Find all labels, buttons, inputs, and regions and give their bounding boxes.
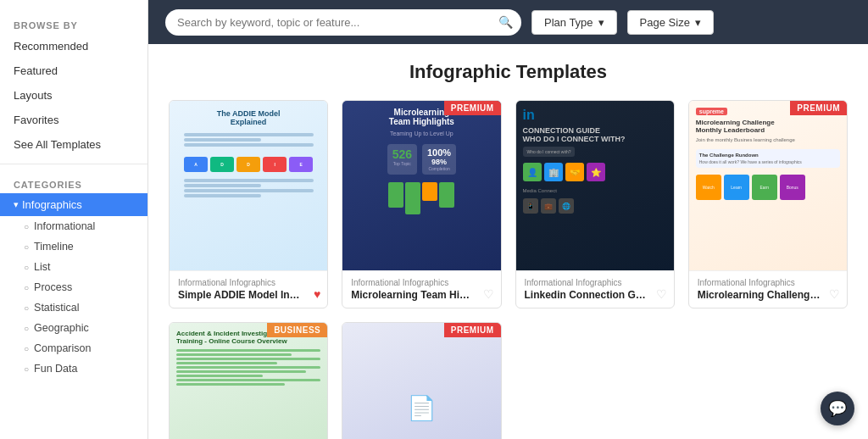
template-image-placeholder: PREMIUM 📄 <box>342 323 500 439</box>
template-image-accident: BUSINESS Accident & Incident Investigati… <box>170 323 327 439</box>
dot-icon: ○ <box>24 283 29 292</box>
dot-icon: ○ <box>24 242 29 252</box>
sidebar-item-recommended[interactable]: Recommended <box>0 34 147 58</box>
template-type: Informational Infographics <box>178 278 319 287</box>
search-icon: 🔍 <box>498 15 513 29</box>
sidebar-divider <box>0 164 147 164</box>
template-footer: Informational Infographics Microlearning… <box>689 270 847 308</box>
template-card-placeholder[interactable]: PREMIUM 📄 ♡ <box>342 322 501 439</box>
sidebar-item-see-all[interactable]: See All Templates <box>0 132 147 157</box>
subcategory-label: Informational <box>34 220 95 232</box>
plan-type-label: Plan Type <box>544 16 593 29</box>
category-infographics[interactable]: ▾ Infographics <box>0 193 147 216</box>
dot-icon: ○ <box>24 324 29 333</box>
sidebar: BROWSE BY Recommended Featured Layouts F… <box>0 0 148 439</box>
template-card-addie[interactable]: The ADDIE ModelExplained A D D I E <box>169 100 328 308</box>
search-input[interactable] <box>165 9 521 36</box>
subcategory-label: List <box>34 261 50 273</box>
sidebar-item-featured[interactable]: Featured <box>0 58 147 83</box>
subcategory-informational[interactable]: ○ Informational <box>0 216 147 236</box>
template-image-challenge: PREMIUM supreme Microlearning ChallengeM… <box>689 101 847 270</box>
sidebar-item-layouts[interactable]: Layouts <box>0 83 147 108</box>
subcategory-statistical[interactable]: ○ Statistical <box>0 297 147 318</box>
subcategory-label: Comparison <box>34 342 91 354</box>
subcategory-process[interactable]: ○ Process <box>0 277 147 297</box>
template-card-accident[interactable]: BUSINESS Accident & Incident Investigati… <box>169 322 328 439</box>
template-footer: Informational Infographics Simple ADDIE … <box>170 270 327 308</box>
template-name: Microlearning Team Highlights I... <box>351 289 492 301</box>
dot-icon: ○ <box>24 263 29 272</box>
premium-badge: PREMIUM <box>790 101 847 115</box>
heart-icon[interactable]: ♡ <box>656 287 667 301</box>
subcategory-list[interactable]: ○ List <box>0 257 147 277</box>
template-name: Simple ADDIE Model Infographic <box>178 289 319 301</box>
template-name: Microlearning Challenge Month... <box>698 289 838 301</box>
subcategory-label: Geographic <box>34 322 89 334</box>
page-size-label: Page Size <box>640 16 690 29</box>
page-size-button[interactable]: Page Size ▾ <box>627 10 714 35</box>
template-card-microlearning[interactable]: PREMIUM MicrolearningTeam Highlights Tea… <box>342 100 501 308</box>
template-card-linkedin[interactable]: in CONNECTION GUIDEWHO DO I CONNECT WITH… <box>515 100 675 308</box>
dot-icon: ○ <box>24 222 29 231</box>
template-card-challenge[interactable]: PREMIUM supreme Microlearning ChallengeM… <box>688 100 848 308</box>
business-badge: BUSINESS <box>267 323 327 337</box>
dot-icon: ○ <box>24 303 29 313</box>
template-footer: Informational Infographics Microlearning… <box>342 270 500 308</box>
chevron-down-icon: ▾ <box>695 16 701 29</box>
header-bar: 🔍 Plan Type ▾ Page Size ▾ <box>148 0 868 44</box>
premium-badge: PREMIUM <box>444 101 501 115</box>
dot-icon: ○ <box>24 344 29 353</box>
template-name: Linkedin Connection Guide Info... <box>525 289 665 301</box>
subcategory-label: Statistical <box>34 302 80 314</box>
template-footer: Informational Infographics Linkedin Conn… <box>516 270 674 308</box>
subcategory-timeline[interactable]: ○ Timeline <box>0 236 147 257</box>
sidebar-item-favorites[interactable]: Favorites <box>0 108 147 132</box>
template-type: Informational Infographics <box>525 278 665 287</box>
page-title: Infographic Templates <box>169 61 848 83</box>
premium-badge: PREMIUM <box>444 323 501 337</box>
template-type: Informational Infographics <box>351 278 492 287</box>
subcategory-label: Fun Data <box>34 363 77 375</box>
template-grid: The ADDIE ModelExplained A D D I E <box>169 100 848 439</box>
heart-icon[interactable]: ♡ <box>483 287 494 301</box>
categories-label: CATEGORIES <box>0 171 147 193</box>
subcategory-geographic[interactable]: ○ Geographic <box>0 318 147 338</box>
template-type: Informational Infographics <box>698 278 838 287</box>
chat-bubble[interactable]: 💬 <box>821 392 854 425</box>
subcategory-fun-data[interactable]: ○ Fun Data <box>0 358 147 379</box>
subcategory-comparison[interactable]: ○ Comparison <box>0 338 147 358</box>
heart-icon[interactable]: ♡ <box>829 287 840 301</box>
plan-type-button[interactable]: Plan Type ▾ <box>531 10 617 35</box>
chat-icon: 💬 <box>828 399 847 418</box>
heart-icon[interactable]: ♥ <box>314 287 320 301</box>
template-image-addie: The ADDIE ModelExplained A D D I E <box>170 101 327 270</box>
template-image-linkedin: in CONNECTION GUIDEWHO DO I CONNECT WITH… <box>516 101 674 270</box>
search-wrapper: 🔍 <box>165 9 521 36</box>
chevron-down-icon: ▾ <box>14 199 19 210</box>
chevron-down-icon: ▾ <box>598 16 604 29</box>
subcategory-label: Process <box>34 281 72 293</box>
browse-by-label: BROWSE BY <box>0 14 147 34</box>
main-area: 🔍 Plan Type ▾ Page Size ▾ Infographic Te… <box>148 0 868 439</box>
dot-icon: ○ <box>24 364 29 374</box>
template-image-microlearning: PREMIUM MicrolearningTeam Highlights Tea… <box>342 101 500 270</box>
content-area: Infographic Templates The ADDIE ModelExp… <box>148 44 868 439</box>
category-label: Infographics <box>22 198 82 211</box>
subcategory-label: Timeline <box>34 241 74 253</box>
